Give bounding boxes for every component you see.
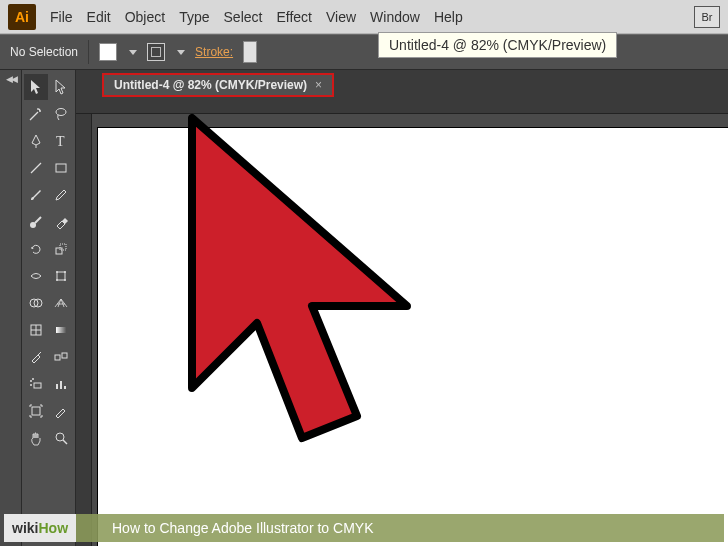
svg-rect-20 bbox=[34, 383, 41, 388]
svg-rect-17 bbox=[56, 327, 66, 333]
shape-builder-tool[interactable] bbox=[24, 290, 48, 316]
svg-rect-7 bbox=[57, 272, 65, 280]
svg-point-9 bbox=[64, 271, 66, 273]
column-graph-tool[interactable] bbox=[49, 371, 73, 397]
slice-tool[interactable] bbox=[49, 398, 73, 424]
rotate-tool[interactable] bbox=[24, 236, 48, 262]
divider bbox=[88, 40, 89, 64]
width-tool[interactable] bbox=[24, 263, 48, 289]
svg-point-28 bbox=[56, 433, 64, 441]
vertical-ruler bbox=[76, 114, 92, 546]
panel-collapse-strip[interactable]: ◀◀ bbox=[0, 70, 22, 546]
free-transform-tool[interactable] bbox=[49, 263, 73, 289]
artboard-tool[interactable] bbox=[24, 398, 48, 424]
artboard[interactable] bbox=[98, 128, 728, 546]
eraser-tool[interactable] bbox=[49, 209, 73, 235]
menu-select[interactable]: Select bbox=[224, 9, 263, 25]
eyedropper-tool[interactable] bbox=[24, 344, 48, 370]
scale-tool[interactable] bbox=[49, 236, 73, 262]
collapse-icon: ◀◀ bbox=[0, 74, 21, 84]
svg-text:T: T bbox=[56, 134, 65, 149]
svg-rect-25 bbox=[60, 381, 62, 389]
perspective-grid-tool[interactable] bbox=[49, 290, 73, 316]
menu-window[interactable]: Window bbox=[370, 9, 420, 25]
document-tooltip: Untitled-4 @ 82% (CMYK/Preview) bbox=[378, 32, 617, 58]
type-tool[interactable]: T bbox=[49, 128, 73, 154]
fill-dropdown-icon[interactable] bbox=[129, 50, 137, 55]
stroke-swatch[interactable] bbox=[147, 43, 165, 61]
canvas-wrap bbox=[76, 114, 728, 546]
mesh-tool[interactable] bbox=[24, 317, 48, 343]
blob-brush-tool[interactable] bbox=[24, 209, 48, 235]
stroke-dropdown-icon[interactable] bbox=[177, 50, 185, 55]
document-tab-title: Untitled-4 @ 82% (CMYK/Preview) bbox=[114, 78, 307, 92]
zoom-tool[interactable] bbox=[49, 425, 73, 451]
control-bar: No Selection Stroke: bbox=[0, 34, 728, 70]
app-body: ◀◀ T bbox=[0, 70, 728, 546]
document-tabbar: Untitled-4 @ 82% (CMYK/Preview) × bbox=[76, 70, 728, 98]
artboard-region[interactable] bbox=[92, 114, 728, 546]
pencil-tool[interactable] bbox=[49, 182, 73, 208]
caption-text: How to Change Adobe Illustrator to CMYK bbox=[112, 520, 373, 536]
svg-point-21 bbox=[30, 380, 32, 382]
svg-rect-26 bbox=[64, 386, 66, 389]
fill-swatch[interactable] bbox=[99, 43, 117, 61]
line-tool[interactable] bbox=[24, 155, 48, 181]
selection-tool[interactable] bbox=[24, 74, 48, 100]
horizontal-ruler bbox=[76, 98, 728, 114]
document-tab[interactable]: Untitled-4 @ 82% (CMYK/Preview) × bbox=[102, 73, 334, 97]
svg-point-10 bbox=[56, 279, 58, 281]
svg-line-29 bbox=[63, 440, 67, 444]
menu-file[interactable]: File bbox=[50, 9, 73, 25]
svg-rect-19 bbox=[62, 353, 67, 358]
svg-point-23 bbox=[30, 384, 32, 386]
wikihow-badge: wikiHow bbox=[4, 514, 76, 542]
menu-help[interactable]: Help bbox=[434, 9, 463, 25]
svg-rect-5 bbox=[56, 248, 62, 254]
menu-type[interactable]: Type bbox=[179, 9, 209, 25]
document-tab-close-icon[interactable]: × bbox=[315, 78, 322, 92]
svg-point-22 bbox=[32, 378, 34, 380]
menu-effect[interactable]: Effect bbox=[276, 9, 312, 25]
menu-view[interactable]: View bbox=[326, 9, 356, 25]
menu-edit[interactable]: Edit bbox=[87, 9, 111, 25]
app-window: Ai File Edit Object Type Select Effect V… bbox=[0, 0, 728, 546]
svg-rect-18 bbox=[55, 355, 60, 360]
canvas-area: Untitled-4 @ 82% (CMYK/Preview) × bbox=[76, 70, 728, 546]
stroke-weight-field[interactable] bbox=[243, 41, 257, 63]
svg-rect-24 bbox=[56, 384, 58, 389]
svg-line-2 bbox=[31, 163, 41, 173]
pen-tool[interactable] bbox=[24, 128, 48, 154]
svg-rect-3 bbox=[56, 164, 66, 172]
stroke-label[interactable]: Stroke: bbox=[195, 45, 233, 59]
svg-point-8 bbox=[56, 271, 58, 273]
tools-panel: T bbox=[22, 70, 76, 546]
gradient-tool[interactable] bbox=[49, 317, 73, 343]
menubar: Ai File Edit Object Type Select Effect V… bbox=[0, 0, 728, 34]
paintbrush-tool[interactable] bbox=[24, 182, 48, 208]
svg-rect-6 bbox=[60, 244, 66, 250]
blend-tool[interactable] bbox=[49, 344, 73, 370]
magic-wand-tool[interactable] bbox=[24, 101, 48, 127]
selection-state-label: No Selection bbox=[10, 45, 78, 59]
app-logo: Ai bbox=[8, 4, 36, 30]
direct-selection-tool[interactable] bbox=[49, 74, 73, 100]
svg-point-0 bbox=[56, 109, 66, 116]
rectangle-tool[interactable] bbox=[49, 155, 73, 181]
menu-object[interactable]: Object bbox=[125, 9, 165, 25]
caption-band: How to Change Adobe Illustrator to CMYK bbox=[4, 514, 724, 542]
svg-point-11 bbox=[64, 279, 66, 281]
lasso-tool[interactable] bbox=[49, 101, 73, 127]
symbol-sprayer-tool[interactable] bbox=[24, 371, 48, 397]
svg-rect-27 bbox=[32, 407, 40, 415]
bridge-badge[interactable]: Br bbox=[694, 6, 720, 28]
hand-tool[interactable] bbox=[24, 425, 48, 451]
